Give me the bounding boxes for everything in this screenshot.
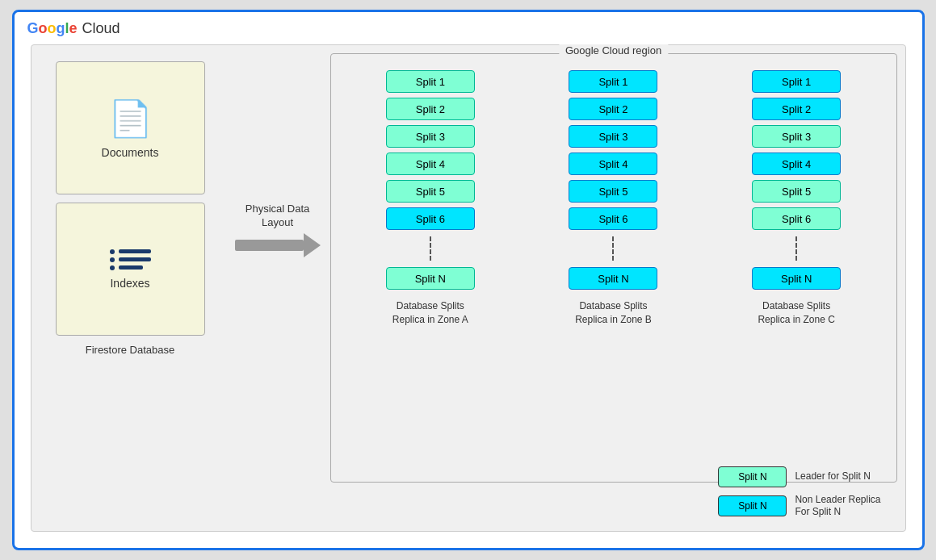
index-dot [110, 265, 115, 270]
split-chip-zone-a-1: Split 2 [386, 98, 475, 120]
index-dot [110, 249, 115, 254]
indexes-icon [110, 249, 151, 270]
firestore-section: 📄 Documents [56, 61, 205, 356]
region-label: Google Cloud region [559, 44, 668, 56]
document-icon: 📄 [108, 98, 153, 140]
indexes-label: Indexes [110, 277, 149, 290]
split-chip-zone-c-5: Split 6 [752, 207, 841, 230]
zone-column-zone-b: Split 1Split 2Split 3Split 4Split 5Split… [565, 70, 661, 327]
splits-container: Split 1Split 2Split 3Split 4Split 5Split… [331, 54, 896, 335]
split-chip-zone-c-3: Split 4 [752, 153, 841, 175]
split-chip-zone-b-4: Split 5 [569, 180, 657, 203]
main-content: 📄 Documents [31, 44, 906, 532]
indexes-box: Indexes [56, 203, 205, 336]
split-chip-zone-c-6: Split N [752, 267, 841, 290]
split-chip-zone-b-3: Split 4 [569, 153, 657, 175]
split-chip-zone-a-5: Split 6 [386, 207, 475, 230]
documents-label: Documents [102, 146, 159, 159]
split-chip-zone-b-0: Split 1 [569, 70, 657, 93]
legend-section: Split NLeader for Split NSplit NNon Lead… [718, 466, 880, 519]
split-chip-zone-c-0: Split 1 [752, 70, 841, 93]
split-chip-zone-a-0: Split 1 [386, 70, 475, 93]
split-chip-zone-a-3: Split 4 [386, 153, 475, 175]
arrow-icon [233, 233, 322, 257]
zone-label-zone-b: Database Splits Replica in Zone B [565, 299, 661, 327]
index-row-3 [110, 265, 151, 270]
split-chip-zone-b-6: Split N [569, 267, 657, 290]
index-line [119, 257, 151, 261]
split-chip-zone-a-2: Split 3 [386, 125, 475, 148]
split-chip-zone-b-5: Split 6 [569, 207, 657, 230]
outer-frame: Google Cloud 📄 Documents [12, 10, 925, 550]
dashed-separator [612, 236, 614, 261]
google-cloud-header: Google Cloud [27, 20, 120, 37]
index-line-short [119, 265, 143, 270]
zone-label-zone-c: Database Splits Replica in Zone C [748, 299, 845, 327]
legend-item-0: Split NLeader for Split N [718, 466, 880, 487]
zone-column-zone-a: Split 1Split 2Split 3Split 4Split 5Split… [382, 70, 479, 327]
index-line [119, 249, 151, 253]
cloud-text: Cloud [82, 20, 120, 37]
arrow-label: Physical Data Layout [233, 203, 322, 230]
index-dot [110, 257, 115, 262]
index-row-1 [110, 249, 151, 254]
region-section: Google Cloud region Split 1Split 2Split … [330, 53, 897, 483]
zone-column-zone-c: Split 1Split 2Split 3Split 4Split 5Split… [748, 70, 845, 327]
documents-box: 📄 Documents [56, 61, 205, 194]
google-logo: Google [27, 20, 78, 37]
firestore-label: Firestore Database [86, 344, 175, 356]
split-chip-zone-a-4: Split 5 [386, 180, 475, 203]
index-row-2 [110, 257, 151, 262]
legend-text-1: Non Leader Replica For Split N [795, 494, 880, 519]
legend-text-0: Leader for Split N [795, 470, 870, 483]
dashed-separator [430, 236, 431, 261]
legend-chip-0: Split N [718, 466, 787, 487]
split-chip-zone-b-1: Split 2 [569, 98, 657, 120]
split-chip-zone-a-6: Split N [386, 267, 475, 290]
legend-item-1: Split NNon Leader Replica For Split N [718, 494, 880, 519]
split-chip-zone-b-2: Split 3 [569, 125, 657, 148]
split-chip-zone-c-2: Split 3 [752, 125, 841, 148]
arrow-section: Physical Data Layout [233, 203, 322, 257]
svg-rect-1 [235, 240, 304, 251]
dashed-separator [795, 236, 797, 261]
legend-chip-1: Split N [718, 495, 787, 516]
split-chip-zone-c-1: Split 2 [752, 98, 841, 120]
split-chip-zone-c-4: Split 5 [752, 180, 841, 203]
zone-label-zone-a: Database Splits Replica in Zone A [382, 299, 479, 327]
svg-marker-2 [304, 233, 321, 257]
